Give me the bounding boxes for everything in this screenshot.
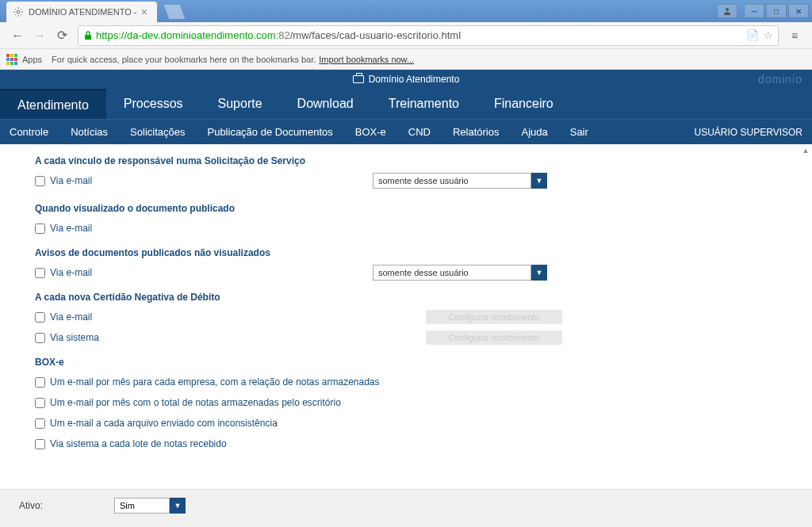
ativo-label: Ativo: <box>19 500 43 511</box>
subnav-boxe[interactable]: BOX-e <box>355 126 386 138</box>
label-avisos-email: Via e-mail <box>50 267 92 278</box>
check-boxe-3[interactable] <box>35 418 45 429</box>
check-certidao-email[interactable] <box>35 312 45 323</box>
check-certidao-sistema[interactable] <box>35 333 45 343</box>
check-boxe-4[interactable] <box>35 439 45 449</box>
app-title: Domínio Atendimento <box>369 74 460 85</box>
label-certidao-sistema: Via sistema <box>50 332 99 343</box>
check-boxe-1[interactable] <box>35 377 45 388</box>
tab-close-icon[interactable]: × <box>138 6 151 18</box>
subnav-solicitacoes[interactable]: Solicitações <box>130 126 185 138</box>
label-boxe-3: Um e-mail a cada arquivo enviado com inc… <box>50 418 278 429</box>
star-icon[interactable]: ☆ <box>764 29 773 41</box>
nav-financeiro[interactable]: Financeiro <box>477 89 571 119</box>
check-visualizado-email[interactable] <box>35 223 45 234</box>
label-visualizado-email: Via e-mail <box>50 223 92 234</box>
dropdown-avisos[interactable]: ▼ <box>373 265 547 281</box>
dropdown-ativo-input[interactable] <box>114 498 170 514</box>
label-boxe-1: Um e-mail por mês para cada empresa, com… <box>50 376 380 388</box>
config-recebimento-sistema: Configurar recebimento <box>426 330 562 345</box>
dropdown-avisos-input[interactable] <box>373 265 531 281</box>
browser-tab[interactable]: DOMÍNIO ATENDIMENTO - × <box>6 2 157 22</box>
scroll-up-arrow[interactable]: ▲ <box>799 144 812 157</box>
check-boxe-2[interactable] <box>35 398 45 408</box>
svg-point-1 <box>17 10 20 13</box>
address-bar[interactable]: https ://da-dev.dominioatendimento.com :… <box>78 25 779 46</box>
close-window-button[interactable]: ✕ <box>788 4 809 18</box>
nav-atendimento[interactable]: Atendimento <box>0 89 106 119</box>
page-icon[interactable]: 📄 <box>746 29 759 41</box>
app-header: Domínio Atendimento dominio <box>0 70 812 89</box>
chevron-down-icon[interactable]: ▼ <box>531 265 547 281</box>
nav-treinamento[interactable]: Treinamento <box>371 89 477 119</box>
footer-ativo-row: Ativo: ▼ <box>0 489 812 521</box>
section-visualizado-title: Quando visualizado o documento publicado <box>35 203 812 214</box>
label-vinculo-email: Via e-mail <box>50 175 92 186</box>
reload-button[interactable]: ⟳ <box>51 25 73 47</box>
url-port: :82 <box>276 29 290 41</box>
dropdown-vinculo-input[interactable] <box>373 173 531 189</box>
import-bookmarks-link[interactable]: Import bookmarks now... <box>319 55 414 64</box>
url-path: /mw/faces/cad-usuario-escritorio.html <box>290 29 461 41</box>
check-vinculo-email[interactable] <box>35 176 45 186</box>
minimize-button[interactable]: ─ <box>744 4 764 18</box>
section-boxe-title: BOX-e <box>35 357 812 368</box>
subnav-publicacao[interactable]: Publicação de Documentos <box>207 126 332 138</box>
bookmarks-bar: Apps For quick access, place your bookma… <box>0 49 812 70</box>
forward-button[interactable]: → <box>29 25 51 47</box>
section-certidao-title: A cada nova Certidão Negativa de Débito <box>35 292 812 303</box>
action-bar: Reenviar e-Mail de confirmação Gravar Ca… <box>0 521 812 527</box>
address-actions: 📄 ☆ <box>746 29 773 41</box>
section-avisos-title: Avisos de documentos publicados não visu… <box>35 247 812 258</box>
bookmarks-hint: For quick access, place your bookmarks h… <box>52 55 316 64</box>
chevron-down-icon[interactable]: ▼ <box>531 173 547 189</box>
nav-suporte[interactable]: Suporte <box>201 89 280 119</box>
section-vinculo-title: A cada vínculo de responsável numa Solic… <box>35 155 812 166</box>
apps-icon[interactable] <box>6 54 17 65</box>
apps-label[interactable]: Apps <box>22 55 42 64</box>
check-avisos-email[interactable] <box>35 268 45 278</box>
dropdown-vinculo[interactable]: ▼ <box>373 173 547 189</box>
subnav-relatorios[interactable]: Relatórios <box>453 126 500 138</box>
briefcase-icon <box>353 75 364 83</box>
subnav-cnd[interactable]: CND <box>408 126 431 138</box>
lock-icon <box>83 31 93 40</box>
config-recebimento-email: Configurar recebimento <box>426 310 562 324</box>
browser-toolbar: ← → ⟳ https ://da-dev.dominioatendimento… <box>0 22 812 49</box>
content-panel: ▲ A cada vínculo de responsável numa Sol… <box>0 144 812 489</box>
url-host: ://da-dev.dominioatendimento.com <box>118 29 275 41</box>
sub-nav: Controle Notícias Solicitações Publicaçã… <box>0 119 812 144</box>
label-boxe-2: Um e-mail por mês com o total de notas a… <box>50 397 341 408</box>
url-protocol: https <box>96 29 118 41</box>
svg-point-0 <box>726 8 729 11</box>
label-certidao-email: Via e-mail <box>50 311 92 323</box>
svg-rect-2 <box>85 35 91 40</box>
brand-logo: dominio <box>758 73 802 86</box>
gear-icon <box>13 6 24 17</box>
chrome-menu-button[interactable]: ≡ <box>783 25 806 47</box>
main-nav: Atendimento Processos Suporte Download T… <box>0 89 812 119</box>
dropdown-ativo[interactable]: ▼ <box>114 498 186 514</box>
subnav-noticias[interactable]: Notícias <box>71 126 108 138</box>
subnav-controle[interactable]: Controle <box>10 126 48 138</box>
maximize-button[interactable]: □ <box>766 4 787 18</box>
user-icon[interactable] <box>717 4 737 18</box>
nav-download[interactable]: Download <box>280 89 371 119</box>
back-button[interactable]: ← <box>6 25 29 47</box>
chevron-down-icon[interactable]: ▼ <box>170 498 186 514</box>
subnav-ajuda[interactable]: Ajuda <box>521 126 547 138</box>
label-boxe-4: Via sistema a cada lote de notas recebid… <box>50 438 227 449</box>
tab-title: DOMÍNIO ATENDIMENTO - <box>29 7 137 17</box>
subnav-sair[interactable]: Sair <box>570 126 588 138</box>
nav-processos[interactable]: Processos <box>106 89 201 119</box>
user-label: USUÁRIO SUPERVISOR <box>695 127 802 138</box>
